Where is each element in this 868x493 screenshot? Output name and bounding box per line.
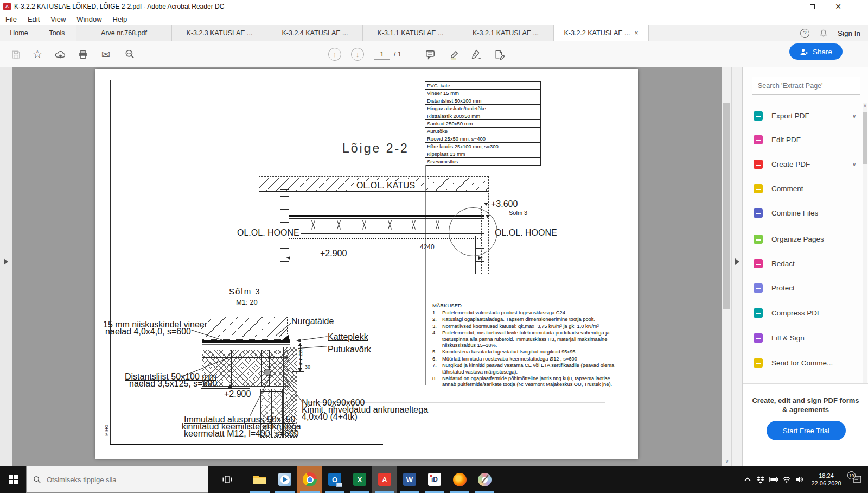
dropbox-icon[interactable]	[754, 476, 767, 484]
redact-icon	[754, 259, 763, 268]
acrobat-button-active[interactable]: A	[372, 466, 397, 493]
tab-home[interactable]: Home	[0, 25, 38, 41]
tool-compress-pdf[interactable]: Compress PDF	[754, 304, 857, 322]
material-row: Aurutõke	[425, 128, 540, 135]
material-row: Siseviimistlus	[425, 158, 540, 166]
task-view-icon	[222, 475, 233, 484]
system-tray: 18:24 22.06.2020 19	[741, 466, 868, 493]
tool-protect[interactable]: Protect	[754, 279, 857, 297]
firefox-button[interactable]	[447, 466, 472, 493]
star-button[interactable]: ☆	[28, 45, 47, 64]
battery-icon[interactable]	[767, 476, 780, 483]
clock[interactable]: 18:24 22.06.2020	[806, 472, 846, 487]
chevron-down-icon[interactable]: ∨	[852, 161, 856, 167]
tool-export-pdf[interactable]: Export PDF∨	[754, 106, 857, 125]
tool-combine-files[interactable]: Combine Files	[754, 204, 857, 222]
note-item: 4.Puitelemendid, mis toetuvad kivile tul…	[432, 330, 620, 349]
tab-doc-arve[interactable]: Arve nr.768.pdf	[76, 25, 171, 41]
tab-doc-k321[interactable]: K-3.2.1 KATUSLAE ...	[458, 25, 553, 41]
tool-edit-pdf[interactable]: Edit PDF	[754, 130, 857, 149]
paint-button[interactable]	[472, 466, 497, 493]
panel-scroll-thumb[interactable]	[863, 112, 867, 164]
sign-in-button[interactable]: Sign In	[838, 29, 860, 37]
tool-organize-pages[interactable]: Organize Pages	[754, 230, 857, 248]
task-view-button[interactable]	[215, 466, 240, 493]
tabbar-right-group: ? Sign In	[800, 25, 860, 41]
start-free-trial-button[interactable]: Start Free Trial	[767, 421, 846, 440]
tray-chevron-icon[interactable]	[741, 477, 754, 482]
menu-view[interactable]: View	[45, 14, 71, 24]
email-button[interactable]: ✉	[97, 45, 115, 64]
page-number-input[interactable]	[374, 49, 390, 60]
tab-tools[interactable]: Tools	[38, 25, 76, 41]
scroll-down-button[interactable]: ∨	[722, 457, 732, 466]
help-icon[interactable]: ?	[800, 29, 809, 38]
title-bar: A K-3.2.2 KATUSLAE LÕIKED, LÕIGE 2-2.pdf…	[0, 0, 868, 13]
board-under-line	[202, 344, 290, 345]
restore-button[interactable]	[800, 0, 825, 13]
fill-sign-icon	[754, 333, 763, 343]
menu-edit[interactable]: Edit	[22, 14, 45, 24]
bell-icon[interactable]	[819, 29, 828, 38]
outlook-button[interactable]: O	[322, 466, 347, 493]
cloud-upload-button[interactable]	[51, 45, 69, 64]
promo-text: Create, edit and sign PDF forms & agreem…	[751, 396, 860, 414]
active-tab-label: K-3.2.2 KATUSLAE ...	[564, 29, 630, 37]
taskbar-search[interactable]	[26, 466, 208, 493]
comment-tool-button[interactable]	[421, 45, 439, 64]
panel-search-input[interactable]	[752, 77, 860, 95]
highlight-tool-button[interactable]	[445, 45, 463, 64]
action-center-button[interactable]: 19	[846, 475, 868, 484]
level-2900b-label: +2.900	[224, 389, 251, 399]
taskbar-search-input[interactable]	[47, 476, 182, 484]
tab-doc-k324[interactable]: K-3.2.4 KATUSLAE ...	[267, 25, 362, 41]
tool-comment[interactable]: Comment	[754, 179, 857, 198]
tool-redact[interactable]: Redact	[754, 254, 857, 273]
share-button[interactable]: Share	[789, 43, 843, 60]
material-row: PVC–kate	[425, 82, 540, 90]
building-label-left: OL.OL. HOONE	[236, 228, 301, 238]
menu-file[interactable]: File	[0, 14, 22, 24]
search-tool-button[interactable]	[120, 45, 139, 64]
tool-send-for-comments[interactable]: Send for Comme...	[754, 353, 857, 372]
document-scrollbar[interactable]: ∨	[722, 67, 731, 466]
tab-doc-k322-active[interactable]: K-3.2.2 KATUSLAE ... ×	[553, 25, 649, 41]
frame-line	[110, 80, 111, 444]
chevron-down-icon[interactable]: ∨	[852, 113, 856, 119]
close-button[interactable]: ✕	[826, 0, 851, 13]
file-explorer-button[interactable]	[247, 466, 272, 493]
left-pane-expand-icon[interactable]	[4, 258, 8, 265]
edit-pdf-icon	[754, 135, 763, 144]
digidoc-button[interactable]: iD	[422, 466, 447, 493]
menu-window[interactable]: Window	[71, 14, 107, 24]
save-button[interactable]	[7, 45, 25, 64]
panel-scroll-up-icon[interactable]: ∧	[863, 103, 867, 108]
tab-close-icon[interactable]: ×	[635, 29, 639, 37]
tab-doc-k311[interactable]: K-3.1.1 KATUSLAE ...	[362, 25, 458, 41]
volume-icon[interactable]	[793, 476, 806, 483]
pdf-page[interactable]: PVC–kate Vineer 15 mm Distantsliist 50x1…	[95, 69, 638, 459]
excel-button[interactable]: X	[347, 466, 372, 493]
stamp-tool-button[interactable]	[490, 45, 509, 64]
page-up-button[interactable]: ↑	[328, 48, 341, 61]
minimize-button[interactable]	[774, 0, 799, 13]
tool-fill-sign[interactable]: Fill & Sign	[754, 328, 857, 347]
material-row: Distantsliist 50x100 mm	[425, 97, 540, 105]
media-player-button[interactable]	[272, 466, 297, 493]
tab-doc-k323[interactable]: K-3.2.3 KATUSLAE ...	[171, 25, 267, 41]
menu-help[interactable]: Help	[107, 14, 133, 24]
page-down-button[interactable]: ↓	[351, 48, 364, 61]
panel-scrollbar[interactable]: ∧ ∨	[863, 103, 867, 410]
tool-create-pdf[interactable]: Create PDF∨	[754, 155, 857, 173]
fill-sign-tool-button[interactable]	[467, 45, 486, 64]
note-item: 2.Katuslagi ogaplaattaladega. Täpsem dim…	[432, 317, 620, 323]
print-button[interactable]	[74, 45, 92, 64]
chrome-button-active[interactable]	[297, 466, 322, 493]
scrollbar-thumb[interactable]	[723, 103, 730, 309]
word-button[interactable]: W	[397, 466, 422, 493]
start-button[interactable]	[0, 466, 26, 493]
export-pdf-icon	[754, 111, 763, 121]
wifi-icon[interactable]	[780, 476, 793, 483]
level-3600-label: +3.600	[491, 199, 518, 209]
panel-collapse-icon[interactable]	[735, 258, 739, 265]
